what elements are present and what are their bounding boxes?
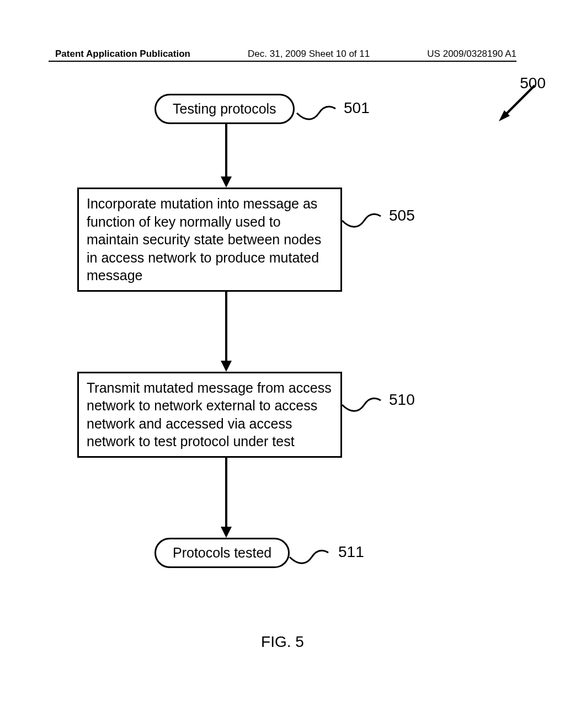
svg-marker-7 — [221, 527, 232, 538]
figure-label: FIG. 5 — [0, 633, 565, 651]
node-row-510: Transmit mutated message from access net… — [77, 372, 441, 458]
node-row-501: Testing protocols 501 — [77, 94, 441, 124]
node-text: Transmit mutated message from access net… — [87, 380, 332, 449]
process-box: Incorporate mutation into message as fun… — [77, 188, 342, 292]
arrow-connector — [77, 458, 441, 538]
node-text: Testing protocols — [173, 101, 276, 116]
flowchart: Testing protocols 501 Incorporate mutati… — [77, 94, 441, 568]
callout-connector — [297, 102, 338, 124]
header-left: Patent Application Publication — [55, 49, 190, 60]
node-label: 511 — [338, 543, 364, 561]
callout-connector — [342, 210, 383, 232]
terminator-end: Protocols tested — [154, 538, 290, 568]
node-label: 501 — [344, 99, 370, 117]
node-row-505: Incorporate mutation into message as fun… — [77, 188, 441, 292]
node-label: 505 — [389, 207, 415, 224]
header-right: US 2009/0328190 A1 — [427, 49, 516, 60]
diagram-ref-label: 500 — [520, 74, 546, 92]
header-divider — [49, 61, 516, 62]
arrow-connector — [77, 124, 441, 188]
arrow-connector — [77, 292, 441, 372]
node-text: Incorporate mutation into message as fun… — [87, 196, 321, 283]
diagram-reference: 500 — [496, 80, 540, 124]
svg-marker-3 — [221, 176, 232, 188]
page-header: Patent Application Publication Dec. 31, … — [0, 49, 565, 60]
header-center: Dec. 31, 2009 Sheet 10 of 11 — [248, 49, 370, 60]
node-row-511: Protocols tested 511 — [77, 538, 441, 568]
terminator-start: Testing protocols — [154, 94, 295, 124]
callout-connector — [290, 546, 331, 568]
node-text: Protocols tested — [173, 545, 271, 560]
callout-connector — [342, 394, 383, 416]
svg-marker-5 — [221, 361, 232, 372]
process-box: Transmit mutated message from access net… — [77, 372, 342, 458]
node-label: 510 — [389, 391, 415, 409]
